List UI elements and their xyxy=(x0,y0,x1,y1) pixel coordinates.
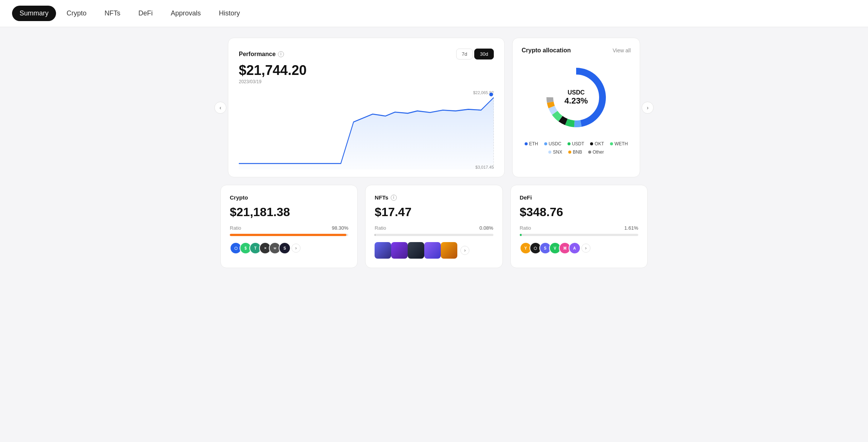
defi-progress-bar xyxy=(520,234,638,236)
legend-dot-weth xyxy=(610,142,613,145)
legend-dot-bnb xyxy=(568,151,571,154)
allocation-legend: ETH USDC USDT OKT WETH xyxy=(522,141,631,155)
nav-item-summary[interactable]: Summary xyxy=(12,6,56,21)
nft-thumb-2 xyxy=(391,242,408,259)
legend-label-snx: SNX xyxy=(553,149,562,155)
performance-card: Performance i 7d 30d $21,744.20 2023/03/… xyxy=(228,38,505,177)
chart-container: $22,065.92 $3,017.45 xyxy=(239,90,494,169)
legend-bnb: BNB xyxy=(568,149,582,155)
crypto-ratio-label: Ratio xyxy=(230,225,241,231)
crypto-title-text: Crypto xyxy=(230,194,248,201)
nfts-ratio-row: Ratio 0.08% xyxy=(375,225,493,231)
legend-label-other: Other xyxy=(593,149,604,155)
view-all-button[interactable]: View all xyxy=(613,47,631,53)
defi-title-text: DeFi xyxy=(520,194,532,201)
chart-low-label: $3,017.45 xyxy=(475,165,494,169)
legend-snx: SNX xyxy=(548,149,562,155)
defi-amount: $348.76 xyxy=(520,205,638,219)
crypto-progress-fill xyxy=(230,234,346,236)
carousel-right-arrow[interactable]: › xyxy=(642,102,654,114)
legend-eth: ETH xyxy=(525,141,538,146)
crypto-more-arrow[interactable]: › xyxy=(291,244,300,253)
main-content: ‹ Performance i 7d 30d $21,744.20 2023/0… xyxy=(208,27,660,279)
nfts-card-title: NFTs i xyxy=(375,194,493,201)
defi-ratio-pct: 1.61% xyxy=(624,225,638,231)
crypto-card: Crypto $21,181.38 Ratio 98.30% ⬡ $ T ✕ W… xyxy=(220,185,358,268)
token-icon-snx: S xyxy=(279,242,291,254)
legend-dot-snx xyxy=(548,151,551,154)
crypto-progress-bar xyxy=(230,234,348,236)
legend-dot-usdc xyxy=(544,142,547,145)
nft-thumb-3 xyxy=(408,242,424,259)
nav-item-nfts[interactable]: NFTs xyxy=(97,6,128,21)
legend-label-bnb: BNB xyxy=(573,149,582,155)
legend-label-eth: ETH xyxy=(529,141,538,146)
defi-ratio-row: Ratio 1.61% xyxy=(520,225,638,231)
top-row: ‹ Performance i 7d 30d $21,744.20 2023/0… xyxy=(220,38,648,177)
defi-card-title: DeFi xyxy=(520,194,638,201)
crypto-ratio-row: Ratio 98.30% xyxy=(230,225,348,231)
nav-item-approvals[interactable]: Approvals xyxy=(163,6,208,21)
legend-dot-usdt xyxy=(568,142,571,145)
legend-label-weth: WETH xyxy=(615,141,628,146)
defi-ratio-label: Ratio xyxy=(520,225,531,231)
crypto-token-icons: ⬡ $ T ✕ W S › xyxy=(230,242,348,254)
nfts-progress-bar xyxy=(375,234,493,236)
alloc-title: Crypto allocation xyxy=(522,47,571,54)
chart-dot xyxy=(489,93,493,96)
nfts-thumbs: › xyxy=(375,242,493,259)
legend-dot-eth xyxy=(525,142,528,145)
legend-dot-okt xyxy=(590,142,593,145)
legend-usdt: USDT xyxy=(568,141,584,146)
allocation-card: Crypto allocation View all xyxy=(512,38,640,177)
performance-chart xyxy=(239,90,494,169)
nft-thumb-4 xyxy=(424,242,441,259)
defi-icon-6: A xyxy=(569,242,581,254)
nav-item-crypto[interactable]: Crypto xyxy=(59,6,94,21)
legend-weth: WETH xyxy=(610,141,628,146)
bottom-row: Crypto $21,181.38 Ratio 98.30% ⬡ $ T ✕ W… xyxy=(220,185,648,268)
perf-title-text: Performance xyxy=(239,51,276,58)
crypto-ratio-pct: 98.30% xyxy=(332,225,348,231)
legend-label-usdc: USDC xyxy=(549,141,561,146)
nfts-info-icon[interactable]: i xyxy=(391,195,397,201)
defi-progress-fill xyxy=(520,234,522,236)
nfts-title-text: NFTs xyxy=(375,194,388,201)
legend-label-usdt: USDT xyxy=(572,141,584,146)
time-buttons: 7d 30d xyxy=(456,49,494,59)
perf-amount: $21,744.20 xyxy=(239,62,494,78)
nfts-amount: $17.47 xyxy=(375,205,493,219)
legend-okt: OKT xyxy=(590,141,604,146)
legend-dot-other xyxy=(588,151,591,154)
time-btn-7d[interactable]: 7d xyxy=(456,49,473,59)
defi-more-arrow[interactable]: › xyxy=(581,244,590,253)
perf-info-icon[interactable]: i xyxy=(278,51,284,57)
legend-usdc: USDC xyxy=(544,141,561,146)
legend-label-okt: OKT xyxy=(595,141,604,146)
nfts-card: NFTs i $17.47 Ratio 0.08% › xyxy=(365,185,502,268)
crypto-amount: $21,181.38 xyxy=(230,205,348,219)
crypto-card-title: Crypto xyxy=(230,194,348,201)
nfts-ratio-label: Ratio xyxy=(375,225,386,231)
time-btn-30d[interactable]: 30d xyxy=(474,49,494,59)
legend-other: Other xyxy=(588,149,604,155)
nft-thumb-1 xyxy=(375,242,391,259)
nav-item-history[interactable]: History xyxy=(211,6,247,21)
svg-point-9 xyxy=(555,77,597,118)
alloc-header: Crypto allocation View all xyxy=(522,47,631,54)
carousel-left-arrow[interactable]: ‹ xyxy=(214,102,226,114)
donut-chart xyxy=(542,64,610,131)
nfts-more-arrow[interactable]: › xyxy=(460,246,469,255)
perf-header: Performance i 7d 30d xyxy=(239,49,494,59)
perf-title: Performance i xyxy=(239,51,284,58)
perf-date: 2023/03/19 xyxy=(239,79,494,84)
defi-token-icons: Y ⬡ S V ⌘ A › xyxy=(520,242,638,254)
main-nav: Summary Crypto NFTs DeFi Approvals Histo… xyxy=(0,0,868,27)
donut-chart-wrapper: USDC 4.23% xyxy=(522,60,631,135)
defi-card: DeFi $348.76 Ratio 1.61% Y ⬡ S V ⌘ A › xyxy=(510,185,648,268)
nav-item-defi[interactable]: DeFi xyxy=(131,6,160,21)
nfts-progress-fill xyxy=(375,234,375,236)
nfts-ratio-pct: 0.08% xyxy=(480,225,493,231)
nft-thumb-5 xyxy=(441,242,457,259)
